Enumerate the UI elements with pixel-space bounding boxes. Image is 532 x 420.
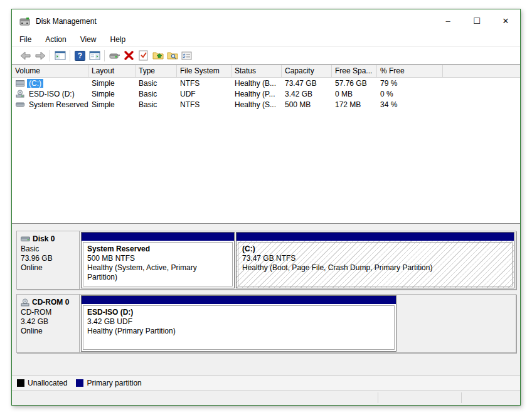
cell-status: Healthy (B... (231, 79, 282, 88)
cell-free-space: 0 MB (332, 90, 377, 98)
cell-pct-free: 34 % (377, 100, 443, 109)
disk-0-label-panel[interactable]: Disk 0 Basic 73.96 GB Online (17, 231, 80, 289)
titlebar: Disk Management – ☐ ✕ (12, 9, 520, 33)
menu-action[interactable]: Action (40, 35, 72, 44)
legend-item-primary-partition: Primary partition (76, 379, 141, 387)
close-button[interactable]: ✕ (491, 9, 520, 33)
partition-system-reserved[interactable]: System Reserved 500 MB NTFS Healthy (Sys… (81, 232, 235, 288)
volume-list-pane: Volume Layout Type File System Status Ca… (12, 65, 520, 223)
partition-health: Healthy (Primary Partition) (87, 327, 390, 336)
status-bar (12, 390, 520, 405)
cell-capacity: 3.42 GB (282, 90, 332, 98)
unallocated-swatch (17, 379, 24, 387)
menu-bar: File Action View Help (12, 33, 520, 47)
legend-label: Primary partition (87, 379, 141, 387)
cell-pct-free: 79 % (377, 79, 443, 88)
cell-file-system: UDF (177, 90, 231, 98)
partition-health: Healthy (System, Active, Primary Partiti… (87, 263, 228, 282)
maximize-button[interactable]: ☐ (462, 9, 491, 33)
volume-name[interactable]: System Reserved (27, 100, 88, 109)
column-header-pct-free[interactable]: % Free (377, 65, 443, 77)
cell-capacity: 73.47 GB (282, 79, 332, 88)
help-icon[interactable]: ? (73, 49, 87, 63)
cell-file-system: NTFS (177, 79, 231, 88)
disk-management-app-icon (19, 16, 31, 26)
disk-size: 3.42 GB (21, 317, 77, 327)
minimize-button[interactable]: – (434, 9, 462, 33)
menu-view[interactable]: View (75, 35, 102, 44)
show-console-tree-icon[interactable] (53, 49, 67, 63)
window-title: Disk Management (36, 17, 97, 26)
cell-layout: Simple (88, 90, 136, 98)
drive-icon (15, 102, 25, 107)
disk-0-partitions: System Reserved 500 MB NTFS Healthy (Sys… (80, 231, 516, 289)
column-header-file-system[interactable]: File System (177, 65, 231, 77)
mark-partition-active-icon[interactable] (136, 49, 151, 63)
hard-disk-icon (15, 80, 25, 87)
show-action-pane-icon[interactable] (87, 49, 102, 63)
cdrom-0-label-panel[interactable]: CD-ROM 0 CD-ROM 3.42 GB Online (17, 295, 80, 352)
legend-label: Unallocated (28, 379, 67, 387)
disk-management-window: Disk Management – ☐ ✕ File Action View H… (11, 9, 521, 406)
column-header-status[interactable]: Status (231, 65, 282, 77)
disk-status: Online (21, 327, 77, 336)
status-bar-divider (378, 392, 378, 403)
cell-layout: Simple (88, 79, 136, 88)
cd-rom-icon (21, 298, 29, 307)
partition-c-selected[interactable]: (C:) 73.47 GB NTFS Healthy (Boot, Page F… (236, 232, 514, 288)
disk-type: Basic (21, 244, 77, 254)
desktop-background: Disk Management – ☐ ✕ File Action View H… (0, 0, 532, 420)
disk-0-row: Disk 0 Basic 73.96 GB Online System Rese… (16, 231, 516, 290)
disk-name: Disk 0 (33, 234, 55, 243)
svg-text:?: ? (78, 51, 82, 60)
cd-drive-icon (15, 90, 25, 98)
volume-name[interactable]: (C:) (27, 79, 43, 88)
cell-status: Healthy (S... (231, 100, 282, 109)
partition-size: 3.42 GB UDF (87, 317, 390, 327)
back-icon[interactable] (18, 49, 33, 63)
hard-disk-icon (21, 236, 30, 242)
column-header-free-space[interactable]: Free Spa... (332, 65, 377, 77)
graphical-view-pane: Disk 0 Basic 73.96 GB Online System Rese… (12, 228, 520, 375)
cell-status: Healthy (P... (231, 90, 282, 98)
toolbar: ? (12, 47, 520, 65)
rescan-disks-icon[interactable] (107, 49, 122, 63)
toolbar-separator (104, 50, 105, 61)
toolbar-separator (50, 50, 50, 61)
forward-icon[interactable] (33, 49, 47, 63)
disk-size: 73.96 GB (21, 254, 77, 263)
toolbar-separator (70, 50, 70, 61)
volume-name[interactable]: ESD-ISO (D:) (27, 90, 77, 98)
partition-title: System Reserved (87, 244, 228, 254)
explore-folder-icon[interactable] (165, 49, 179, 63)
cell-type: Basic (136, 100, 177, 109)
column-header-layout[interactable]: Layout (88, 65, 136, 77)
partition-esd-iso[interactable]: ESD-ISO (D:) 3.42 GB UDF Healthy (Primar… (81, 295, 396, 352)
cell-free-space: 57.76 GB (332, 79, 377, 88)
column-header-type[interactable]: Type (136, 65, 177, 77)
primary-partition-bar (82, 296, 396, 304)
menu-help[interactable]: Help (105, 35, 132, 44)
properties-list-icon[interactable] (179, 49, 194, 63)
legend-bar: Unallocated Primary partition (12, 375, 520, 390)
cell-type: Basic (136, 90, 177, 98)
disk-name: CD-ROM 0 (32, 298, 69, 307)
partition-health: Healthy (Boot, Page File, Crash Dump, Pr… (242, 263, 508, 273)
cell-free-space: 172 MB (332, 100, 377, 109)
column-header-volume[interactable]: Volume (12, 65, 88, 77)
partition-size: 500 MB NTFS (87, 254, 228, 263)
disk-type: CD-ROM (21, 308, 77, 317)
table-row-system-reserved[interactable]: System Reserved Simple Basic NTFS Health… (12, 99, 520, 110)
menu-file[interactable]: File (19, 35, 37, 44)
legend-item-unallocated: Unallocated (17, 379, 67, 387)
delete-volume-icon[interactable] (122, 49, 136, 63)
partition-size: 73.47 GB NTFS (242, 254, 508, 263)
column-header-capacity[interactable]: Capacity (282, 65, 332, 77)
table-row-esd-iso[interactable]: ESD-ISO (D:) Simple Basic UDF Healthy (P… (12, 88, 520, 99)
cdrom-0-row: CD-ROM 0 CD-ROM 3.42 GB Online ESD-ISO (… (16, 294, 516, 353)
cell-capacity: 500 MB (282, 100, 332, 109)
pane-splitter[interactable] (12, 223, 520, 228)
status-bar-divider (461, 392, 462, 403)
up-folder-icon[interactable] (151, 49, 165, 63)
table-row-c[interactable]: (C:) Simple Basic NTFS Healthy (B... 73.… (12, 78, 520, 88)
